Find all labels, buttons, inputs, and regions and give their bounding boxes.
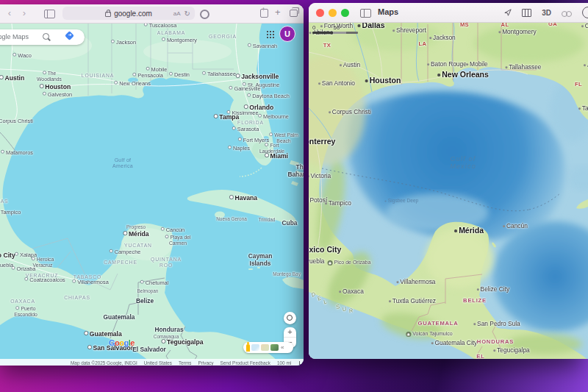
map-label: Cuba (282, 220, 298, 227)
map-label: Havana (229, 195, 257, 202)
account-avatar[interactable]: U (279, 26, 295, 42)
collapse-icon[interactable]: « (281, 344, 284, 351)
translate-icon[interactable]: aA (173, 10, 181, 17)
region-link[interactable]: United States (144, 360, 172, 366)
map-label: Gulf of Mexico (450, 155, 476, 171)
map-label: Guatemala (84, 331, 122, 338)
map-label: Destin (169, 72, 190, 79)
map-label: Austin (340, 62, 360, 69)
map-label: Guatemala (104, 314, 135, 321)
apple-map-labels: Fort WorthDallasAbileneShreveportJackson… (309, 23, 588, 359)
satellite-layer-thumbnail[interactable] (270, 344, 279, 351)
map-data-credit: Map data ©2025 Google, INEGI (71, 360, 137, 366)
sidebar-toggle-icon[interactable] (360, 9, 371, 18)
search-icon[interactable] (582, 7, 588, 18)
map-scale: 0 50 (312, 24, 358, 34)
apple-map-canvas[interactable]: Fort WorthDallasAbileneShreveportJackson… (309, 23, 588, 359)
pegman-icon[interactable] (246, 344, 250, 352)
new-tab-button[interactable]: + (275, 7, 281, 18)
sidebar-toggle-icon[interactable] (44, 10, 55, 18)
map-label: Honduras (154, 327, 183, 334)
map-label: The Bahamas (287, 164, 304, 178)
map-label: CAMPECHE (104, 260, 137, 266)
search-icon[interactable] (43, 33, 49, 40)
map-label: New Orleans (114, 81, 151, 88)
maps-search-box[interactable]: Search Google Maps (0, 29, 85, 45)
map-label: Oaxaca (339, 288, 364, 296)
map-label: Tampico (325, 200, 351, 207)
map-label: Cayman Islands (248, 253, 273, 267)
minimize-button[interactable] (329, 9, 337, 17)
map-label: Playa del Carmen (165, 235, 191, 246)
reload-icon[interactable]: ↻ (184, 10, 190, 18)
map-label: Tuxtla Gutiérrez (389, 298, 436, 305)
privacy-link[interactable]: Privacy (198, 360, 213, 366)
close-button[interactable] (316, 9, 324, 17)
map-label: Belmopan (137, 288, 159, 293)
map-label: TX (323, 43, 331, 49)
safari-window: ‹ › google.com aA ↻ + (0, 4, 304, 366)
map-label: Orizaba (12, 266, 36, 273)
map-label: Potosí (309, 197, 327, 204)
map-label: Tallahassee (202, 71, 236, 78)
map-mode-icon[interactable] (522, 9, 531, 17)
map-label: San Pedro Sula (473, 321, 520, 328)
map-label: Dallas (357, 23, 384, 29)
map-label: Tampa (214, 114, 240, 121)
map-label: LOUISIANA (82, 73, 114, 79)
scale-zero: 0 (312, 24, 315, 31)
map-label: Villahermosa (396, 279, 435, 286)
map-label: Mexico City (0, 252, 15, 260)
map-label: ALABAMA (157, 30, 185, 36)
address-bar[interactable]: google.com aA ↻ (62, 7, 195, 20)
map-label: Tampico (0, 210, 21, 216)
3d-button[interactable]: 3D (542, 9, 551, 17)
map-label: TAMAULIPAS (0, 199, 9, 204)
my-location-button[interactable] (284, 312, 296, 324)
map-label: St. Augustine (243, 82, 280, 89)
map-label: Sigsbee Deep (384, 198, 419, 204)
map-label: Tampa (578, 105, 588, 113)
google-map-canvas[interactable]: TuscaloosaALABAMAGEORGIAJacksonMontgomer… (0, 24, 304, 366)
desktop: ‹ › google.com aA ↻ + (0, 0, 588, 392)
fullscreen-button[interactable] (341, 9, 349, 17)
google-apps-grid-icon[interactable] (266, 30, 274, 38)
feedback-link[interactable]: Send Product Feedback (220, 360, 270, 366)
map-layer-thumbnail[interactable] (251, 344, 259, 351)
directions-icon[interactable] (65, 31, 74, 40)
map-label: Charleston (581, 23, 588, 30)
apple-maps-titlebar: Maps 3D (309, 3, 588, 23)
map-label: MS (460, 23, 469, 28)
map-label: Savannah (248, 43, 277, 50)
map-label: Campeche (110, 249, 141, 256)
share-icon[interactable] (260, 9, 268, 18)
map-label: Austin (0, 75, 24, 82)
apple-maps-window: Maps 3D (309, 3, 588, 359)
map-label: QUINTANA ROO (151, 257, 182, 268)
zoom-in-button[interactable]: + (284, 327, 296, 338)
map-label: Progreso (126, 224, 146, 229)
map-label: Galveston (43, 92, 72, 99)
map-label: Daytona Beach (247, 93, 290, 100)
map-label: Fort Myers (238, 138, 269, 144)
map-label: Pico de Orizaba (328, 260, 371, 266)
map-label: TABASCO (74, 274, 101, 280)
back-button[interactable]: ‹ (4, 7, 15, 20)
map-label: Chetumal (140, 280, 169, 287)
map-label: Miami (265, 153, 288, 160)
terms-link[interactable]: Terms (179, 360, 191, 366)
look-around-icon[interactable] (562, 10, 572, 16)
extensions-icon[interactable] (200, 10, 209, 19)
current-location-icon[interactable] (504, 9, 512, 16)
tab-overview-icon[interactable] (290, 10, 298, 17)
forward-button[interactable]: › (19, 7, 29, 20)
map-label: CHIAPAS (64, 295, 90, 301)
scale-bar (312, 32, 358, 34)
terrain-layer-thumbnail[interactable] (261, 344, 269, 351)
map-label: Puebla (309, 258, 324, 266)
map-label: Xalapa (15, 252, 37, 259)
map-label: Naples (228, 146, 250, 152)
map-label: Waco (12, 53, 32, 60)
imagery-control: « (243, 342, 293, 353)
map-label: Montego Bay (273, 271, 301, 277)
